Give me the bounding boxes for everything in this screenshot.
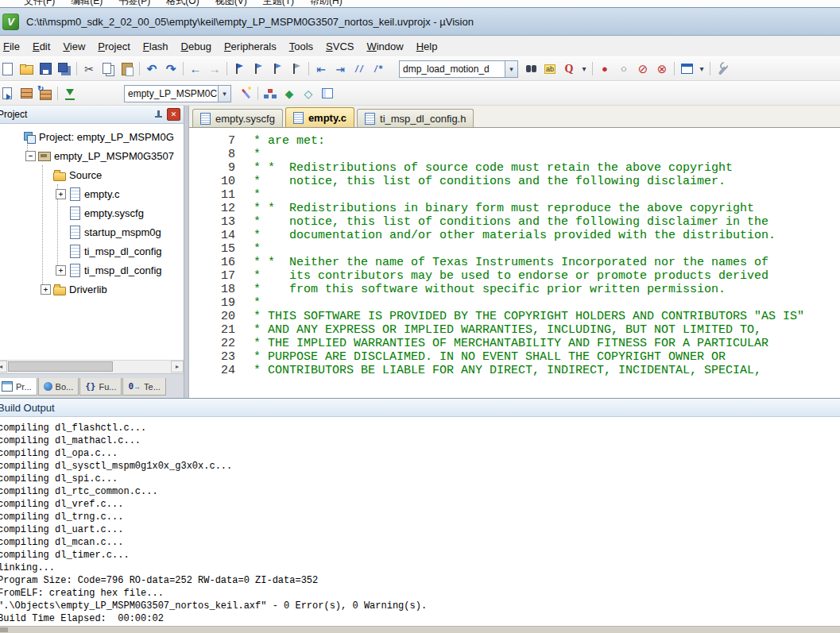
code-line[interactable]: 16 * * Neither the name of Texas Instrum… [189, 256, 840, 269]
bookmark-prev-icon[interactable] [250, 60, 267, 78]
navigate-forward-icon[interactable] [206, 60, 223, 78]
dropdown-arrow-icon[interactable] [579, 60, 589, 78]
panel-tab-bo[interactable]: Bo... [38, 378, 79, 396]
file-extensions-icon[interactable] [319, 85, 336, 102]
redo-icon[interactable] [162, 60, 180, 78]
copy-icon[interactable] [99, 60, 117, 78]
window-layout-icon[interactable] [678, 60, 695, 78]
code-line[interactable]: 23 * PURPOSE ARE DISCLAIMED. IN NO EVENT… [189, 350, 840, 364]
code-line[interactable]: 8 * [189, 148, 840, 161]
code-line[interactable]: 24 * CONTRIBUTORS BE LIABLE FOR ANY DIRE… [189, 364, 840, 377]
comment-icon[interactable] [350, 60, 368, 78]
expander-plus-icon[interactable]: + [56, 189, 66, 199]
bg-menu-item[interactable]: 格式(O) [166, 0, 199, 8]
breakpoint-kill-all-icon[interactable] [653, 60, 671, 78]
close-icon[interactable]: ✕ [167, 108, 180, 121]
download-icon[interactable] [61, 85, 79, 102]
search-combo-dropdown-icon[interactable]: ▾ [505, 61, 517, 77]
target-combo-dropdown-icon[interactable]: ▾ [218, 86, 230, 102]
menu-item-file[interactable]: File [0, 38, 26, 55]
tree-row[interactable]: −empty_LP_MSPM0G3507 [0, 146, 184, 165]
breakpoint-toggle-icon[interactable] [596, 60, 614, 78]
bg-menu-item[interactable]: 帮助(H) [310, 0, 343, 8]
panel-tab-pr[interactable]: Pr... [0, 378, 37, 396]
code-line[interactable]: 13 * notice, this list of conditions and… [189, 215, 840, 229]
navigate-back-icon[interactable] [187, 60, 204, 78]
open-file-icon[interactable] [17, 60, 35, 78]
cut-icon[interactable] [80, 60, 98, 78]
rebuild-icon[interactable] [37, 85, 54, 102]
tree-row[interactable]: Project: empty_LP_MSPM0G [0, 127, 184, 146]
code-editor[interactable]: 7 * are met:8 *9 * * Redistributions of … [189, 128, 840, 398]
panel-tab-fu[interactable]: Fu... [79, 378, 122, 396]
tree-row[interactable]: ti_msp_dl_config [0, 241, 184, 261]
menu-item-debug[interactable]: Debug [175, 38, 218, 55]
menu-item-edit[interactable]: Edit [26, 38, 56, 55]
expander-plus-icon[interactable]: + [41, 284, 51, 295]
code-line[interactable]: 15 * [189, 242, 840, 256]
menu-item-window[interactable]: Window [360, 38, 409, 55]
pin-icon[interactable] [153, 109, 164, 121]
menu-item-view[interactable]: View [56, 38, 91, 55]
title-bar[interactable]: C:\ti\mspm0_sdk_2_02_00_05\empty\keil\em… [0, 8, 840, 36]
menu-item-help[interactable]: Help [410, 38, 444, 55]
editor-tab-empty.c[interactable]: empty.c [285, 107, 354, 127]
bookmark-clear-icon[interactable] [288, 60, 305, 78]
scroll-right-arrow-icon[interactable]: ▸ [171, 361, 184, 372]
code-line[interactable]: 18 * from this software without specific… [189, 283, 840, 296]
build-output-content[interactable]: compiling dl_flashctl.c...compiling dl_m… [0, 417, 840, 626]
code-line[interactable]: 10 * notice, this list of conditions and… [189, 175, 840, 188]
find-in-files-icon[interactable] [522, 60, 540, 78]
editor-tab-empty.syscfg[interactable]: empty.syscfg [192, 109, 283, 127]
build-icon[interactable] [17, 85, 35, 102]
select-device-icon[interactable] [300, 85, 317, 102]
panel-tab-te[interactable]: Te... [122, 378, 165, 396]
code-line[interactable]: 22 * THE IMPLIED WARRANTIES OF MERCHANTA… [189, 337, 840, 350]
uncomment-icon[interactable] [370, 60, 387, 78]
code-line[interactable]: 19 * [189, 296, 840, 310]
menu-item-tools[interactable]: Tools [283, 38, 319, 55]
menu-item-project[interactable]: Project [91, 38, 136, 55]
menu-item-peripherals[interactable]: Peripherals [218, 38, 283, 55]
new-file-icon[interactable] [0, 60, 16, 78]
expander-plus-icon[interactable]: + [56, 265, 66, 276]
scroll-left-arrow-icon[interactable]: ◂ [0, 361, 7, 372]
bookmark-next-icon[interactable] [269, 60, 286, 78]
code-line[interactable]: 14 * documentation and/or other material… [189, 229, 840, 242]
indent-icon[interactable] [331, 60, 349, 78]
bg-menu-item[interactable]: 书签(P) [118, 0, 150, 8]
bg-menu-item[interactable]: 编辑(E) [71, 0, 103, 8]
bg-menu-item[interactable]: 主题(T) [263, 0, 294, 8]
editor-tab-ti_msp_dl_config.h[interactable]: ti_msp_dl_config.h [357, 109, 474, 127]
outdent-icon[interactable] [312, 60, 330, 78]
tree-row[interactable]: +empty.c [0, 184, 184, 203]
undo-icon[interactable] [143, 60, 161, 78]
options-target-icon[interactable] [237, 85, 254, 102]
tree-row[interactable]: Source [0, 165, 184, 184]
menu-item-svcs[interactable]: SVCS [319, 38, 360, 55]
panel-splitter[interactable] [184, 106, 189, 398]
bg-menu-item[interactable]: 视图(V) [215, 0, 247, 8]
translate-icon[interactable] [0, 85, 16, 102]
code-line[interactable]: 7 * are met: [189, 134, 840, 148]
target-select-combo[interactable]: empty_LP_MSPM0C ▾ [124, 85, 231, 102]
code-line[interactable]: 17 * its contributors may be used to end… [189, 269, 840, 283]
search-combo[interactable]: dmp_load_motion_d ▾ [399, 60, 518, 78]
code-line[interactable]: 12 * * Redistributions in binary form mu… [189, 202, 840, 215]
search-q-icon[interactable] [560, 60, 578, 78]
paste-icon[interactable] [118, 60, 136, 78]
highlight-icon[interactable] [541, 60, 559, 78]
bg-menu-item[interactable]: 文件(F) [24, 0, 55, 8]
expander-minus-icon[interactable]: − [25, 151, 36, 161]
dropdown-arrow-icon[interactable] [697, 60, 706, 78]
bookmark-toggle-icon[interactable] [230, 60, 248, 78]
project-horizontal-scrollbar[interactable]: ◂ ▸ [0, 360, 184, 373]
tree-row[interactable]: startup_mspm0g [0, 222, 184, 241]
configure-wrench-icon[interactable] [714, 60, 731, 78]
manage-items-icon[interactable] [261, 85, 279, 102]
tree-row[interactable]: +ti_msp_dl_config [0, 261, 184, 280]
scrollbar-thumb[interactable] [8, 361, 113, 372]
code-line[interactable]: 20 * THIS SOFTWARE IS PROVIDED BY THE CO… [189, 310, 840, 323]
build-output-header[interactable]: Build Output [0, 398, 840, 417]
code-line[interactable]: 21 * AND ANY EXPRESS OR IMPLIED WARRANTI… [189, 323, 840, 337]
